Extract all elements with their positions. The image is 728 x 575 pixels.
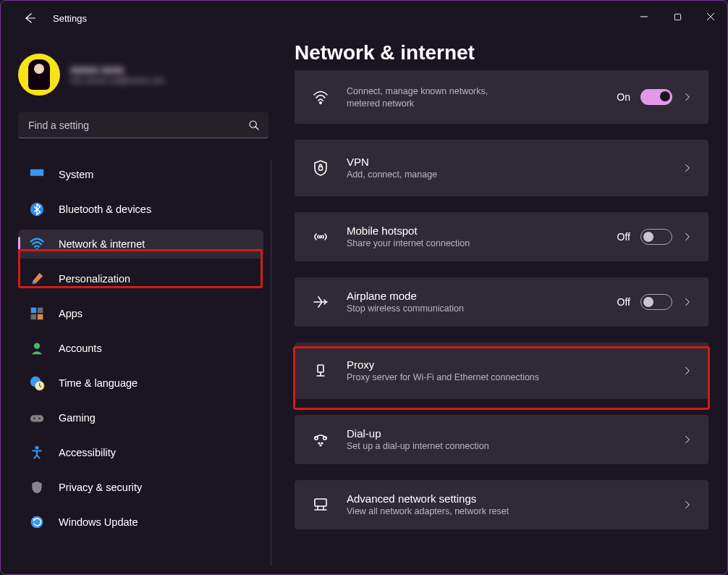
sidebar-item-gaming[interactable]: Gaming [18, 403, 263, 432]
profile-block[interactable]: xxxxx xxxx xxx.xxxxx.xx@xxxxx.xxx [18, 50, 271, 99]
person-icon [28, 340, 46, 357]
sidebar-item-privacy[interactable]: Privacy & security [18, 473, 263, 502]
card-dial-up[interactable]: Dial-up Set up a dial-up internet connec… [295, 415, 708, 464]
sidebar-item-label: Personalization [59, 273, 130, 285]
svg-rect-22 [315, 437, 318, 440]
sidebar-item-network[interactable]: Network & internet [18, 230, 263, 259]
window-controls [627, 1, 727, 33]
svg-point-14 [33, 418, 35, 420]
svg-rect-0 [674, 14, 680, 20]
card-text: Mobile hotspot Share your internet conne… [347, 224, 617, 250]
airplane-toggle[interactable] [640, 294, 672, 310]
svg-rect-13 [30, 415, 43, 421]
chevron-right-icon [680, 435, 695, 445]
card-title: VPN [347, 156, 680, 168]
search-box[interactable] [18, 112, 268, 138]
back-button[interactable] [18, 7, 41, 30]
card-text: Advanced network settings View all netwo… [347, 492, 680, 518]
sidebar-item-apps[interactable]: Apps [18, 299, 263, 328]
bluetooth-icon [28, 201, 46, 218]
svg-point-26 [320, 445, 321, 446]
card-airplane-mode[interactable]: Airplane mode Stop wireless communicatio… [295, 277, 708, 327]
card-title: Dial-up [347, 427, 680, 440]
minimize-button[interactable] [627, 1, 661, 33]
close-button[interactable] [694, 1, 727, 33]
left-pane: xxxxx xxxx xxx.xxxxx.xx@xxxxx.xxx System… [1, 44, 282, 575]
chevron-right-icon [680, 366, 695, 376]
sidebar-item-label: Accessibility [59, 447, 116, 458]
toggle-zone: On [617, 89, 672, 105]
profile-name: xxxxx xxxx [70, 64, 164, 75]
hotspot-toggle[interactable] [640, 229, 672, 245]
wifi-icon [309, 88, 332, 106]
card-title: Airplane mode [347, 290, 617, 302]
clock-globe-icon [28, 374, 46, 392]
toggle-label: On [617, 91, 630, 103]
sidebar-item-bluetooth[interactable]: Bluetooth & devices [18, 195, 263, 224]
title-bar: Settings [1, 1, 727, 35]
update-icon [28, 513, 46, 531]
card-vpn[interactable]: VPN Add, connect, manage [295, 140, 708, 196]
svg-point-18 [320, 102, 321, 104]
sidebar-item-time-language[interactable]: Time & language [18, 369, 263, 398]
sidebar-item-label: Network & internet [59, 238, 145, 250]
toggle-zone: Off [617, 229, 672, 245]
shield-icon [28, 479, 46, 496]
sidebar-nav: System Bluetooth & devices Network & int… [18, 160, 271, 566]
svg-rect-9 [38, 314, 43, 320]
accessibility-icon [28, 444, 46, 461]
wifi-toggle[interactable] [640, 89, 672, 105]
chevron-right-icon [680, 163, 695, 173]
card-sub: View all network adapters, network reset [347, 505, 680, 518]
svg-rect-27 [315, 499, 326, 506]
airplane-icon [309, 293, 332, 311]
sidebar-item-label: Gaming [59, 412, 96, 424]
gamepad-icon [28, 409, 46, 427]
sidebar-item-accounts[interactable]: Accounts [18, 334, 263, 363]
card-title: Advanced network settings [347, 492, 680, 505]
sidebar-item-accessibility[interactable]: Accessibility [18, 438, 263, 467]
profile-email: xxx.xxxxx.xx@xxxxx.xxx [70, 75, 164, 85]
svg-point-10 [34, 343, 40, 349]
card-title: Proxy [347, 358, 680, 371]
avatar [18, 54, 60, 96]
phone-icon [309, 431, 332, 448]
card-wifi[interactable]: Connect, manage known networks, metered … [295, 70, 708, 124]
card-advanced-network[interactable]: Advanced network settings View all netwo… [295, 480, 708, 529]
card-sub: Connect, manage known networks, metered … [347, 85, 499, 110]
toggle-zone: Off [617, 294, 672, 310]
sidebar-item-label: Privacy & security [59, 482, 142, 493]
sidebar-item-personalization[interactable]: Personalization [18, 264, 263, 293]
card-sub: Share your internet connection [347, 238, 617, 250]
search-icon [248, 119, 260, 131]
svg-rect-8 [31, 314, 37, 320]
card-title: Mobile hotspot [347, 224, 617, 237]
chevron-right-icon [680, 297, 695, 307]
hotspot-icon [309, 228, 332, 245]
card-text: Proxy Proxy server for Wi-Fi and Etherne… [347, 358, 680, 384]
svg-rect-7 [38, 308, 43, 314]
sidebar-item-label: System [59, 169, 93, 180]
cards-list: Connect, manage known networks, metered … [295, 70, 708, 529]
sidebar-item-system[interactable]: System [18, 160, 263, 189]
chevron-right-icon [680, 92, 695, 102]
app-title: Settings [53, 13, 87, 24]
svg-rect-23 [323, 437, 326, 440]
apps-icon [28, 305, 46, 322]
chevron-right-icon [680, 232, 695, 242]
card-mobile-hotspot[interactable]: Mobile hotspot Share your internet conne… [295, 212, 708, 261]
chevron-right-icon [680, 500, 695, 510]
card-sub: Proxy server for Wi-Fi and Ethernet conn… [347, 372, 680, 384]
card-text: VPN Add, connect, manage [347, 156, 680, 181]
main-content: Network & internet Connect, manage known… [295, 41, 714, 529]
svg-point-25 [321, 442, 323, 444]
maximize-button[interactable] [661, 1, 694, 33]
sidebar-item-label: Bluetooth & devices [59, 203, 151, 215]
card-sub: Stop wireless communication [347, 303, 617, 315]
card-proxy[interactable]: Proxy Proxy server for Wi-Fi and Etherne… [295, 343, 708, 399]
svg-point-20 [320, 236, 322, 238]
sidebar-item-windows-update[interactable]: Windows Update [18, 508, 263, 537]
card-text: Airplane mode Stop wireless communicatio… [347, 290, 617, 315]
svg-rect-3 [30, 176, 43, 178]
search-input[interactable] [27, 119, 248, 132]
